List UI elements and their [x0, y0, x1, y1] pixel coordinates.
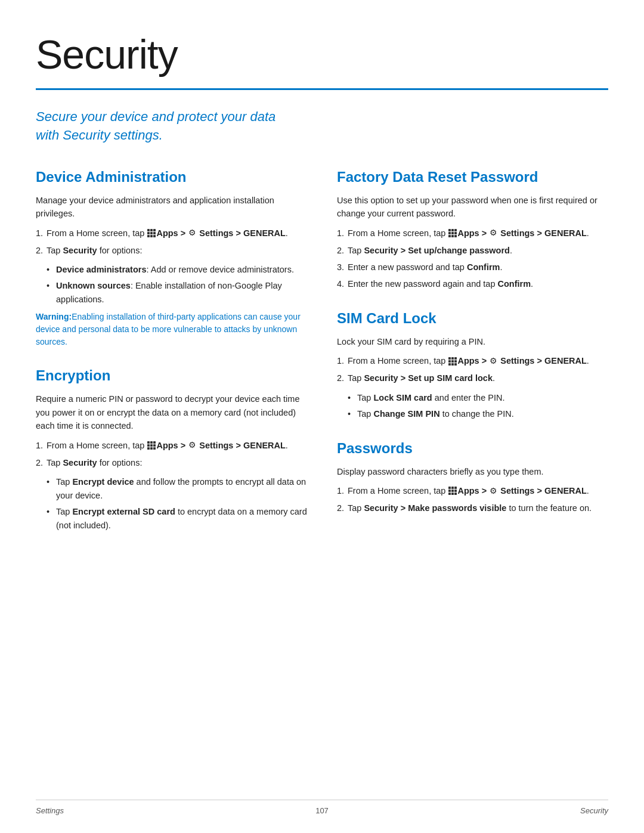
apps-label: Apps > [156, 441, 185, 450]
device-admin-bullets: Device administrators: Add or remove dev… [47, 263, 307, 306]
apps-icon [147, 229, 156, 237]
factory-reset-steps: From a Home screen, tap Apps > ⚙ Setting… [337, 227, 608, 291]
step-item: From a Home screen, tap Apps > ⚙ Setting… [36, 227, 307, 240]
step-item: Enter the new password again and tap Con… [337, 277, 608, 290]
settings-general-label: Settings > GENERAL [197, 228, 286, 238]
bullet-item: Tap Lock SIM card and enter the PIN. [348, 391, 608, 404]
sim-card-lock-bullets: Tap Lock SIM card and enter the PIN. Tap… [348, 391, 608, 421]
gear-icon: ⚙ [490, 355, 497, 368]
factory-reset-body: Use this option to set up your password … [337, 194, 608, 221]
page: Security Secure your device and protect … [0, 0, 644, 833]
step-item: From a Home screen, tap Apps > ⚙ Setting… [337, 227, 608, 240]
bullet-item: Tap Encrypt device and follow the prompt… [47, 475, 307, 502]
bullet-item: Device administrators: Add or remove dev… [47, 263, 307, 276]
title-divider [36, 88, 608, 90]
apps-icon [147, 441, 156, 450]
gear-icon: ⚙ [490, 485, 497, 498]
bullet-item: Tap Change SIM PIN to change the PIN. [348, 407, 608, 420]
sim-card-lock-steps: From a Home screen, tap Apps > ⚙ Setting… [337, 354, 608, 385]
step-item: Tap Security for options: [36, 244, 307, 257]
section-title-device-administration: Device Administration [36, 166, 307, 188]
bullet-item: Tap Encrypt external SD card to encrypt … [47, 505, 307, 532]
passwords-body: Display password characters briefly as y… [337, 465, 608, 478]
settings-general-label: Settings > GENERAL [197, 441, 286, 450]
encryption-bullets: Tap Encrypt device and follow the prompt… [47, 475, 307, 532]
section-title-sim-card-lock: SIM Card Lock [337, 308, 608, 329]
section-title-passwords: Passwords [337, 438, 608, 459]
footer: Settings 107 Security [36, 800, 608, 817]
bullet-item: Unknown sources: Enable installation of … [47, 279, 307, 306]
passwords-steps: From a Home screen, tap Apps > ⚙ Setting… [337, 484, 608, 515]
step-item: From a Home screen, tap Apps > ⚙ Setting… [337, 484, 608, 498]
apps-icon [448, 357, 457, 366]
sim-card-lock-body: Lock your SIM card by requiring a PIN. [337, 335, 608, 348]
apps-icon [448, 487, 457, 495]
encryption-steps: From a Home screen, tap Apps > ⚙ Setting… [36, 439, 307, 469]
device-admin-body: Manage your device administrators and ap… [36, 194, 307, 221]
two-column-layout: Device Administration Manage your device… [36, 166, 608, 537]
step-item: Enter a new password and tap Confirm. [337, 261, 608, 274]
page-title: Security [36, 24, 608, 85]
right-column: Factory Data Reset Password Use this opt… [337, 166, 608, 537]
apps-label: Apps > [156, 228, 185, 238]
section-title-encryption: Encryption [36, 365, 307, 386]
security-label: Security [63, 246, 97, 255]
gear-icon: ⚙ [490, 227, 497, 240]
warning-text: Warning:Enabling installation of third-p… [36, 311, 307, 348]
step-item: Tap Security > Make passwords visible to… [337, 501, 608, 515]
footer-right: Security [580, 805, 608, 817]
device-admin-steps: From a Home screen, tap Apps > ⚙ Setting… [36, 227, 307, 257]
footer-left: Settings [36, 805, 64, 817]
step-item: Tap Security for options: [36, 456, 307, 469]
step-item: From a Home screen, tap Apps > ⚙ Setting… [337, 354, 608, 368]
step-item: Tap Security > Set up/change password. [337, 244, 608, 257]
left-column: Device Administration Manage your device… [36, 166, 307, 537]
section-title-factory-reset: Factory Data Reset Password [337, 166, 608, 188]
gear-icon: ⚙ [188, 439, 196, 452]
footer-center: 107 [315, 805, 329, 817]
apps-icon [448, 229, 457, 237]
gear-icon: ⚙ [188, 227, 196, 240]
intro-text: Secure your device and protect your data… [36, 108, 298, 145]
encryption-body: Require a numeric PIN or password to dec… [36, 392, 307, 432]
step-item: From a Home screen, tap Apps > ⚙ Setting… [36, 439, 307, 453]
step-item: Tap Security > Set up SIM card lock. [337, 371, 608, 385]
